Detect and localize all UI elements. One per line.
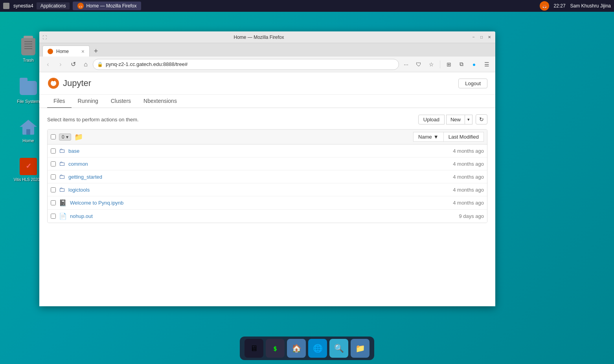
network-icon: 🌐 [313, 344, 323, 353]
file-row: 🗀 common 4 months ago [48, 157, 487, 170]
new-tab-button[interactable]: + [90, 46, 101, 57]
sort-by-name-button[interactable]: Name ▼ [413, 132, 443, 142]
file-icon: 📄 [59, 212, 67, 220]
file-name-getting-started[interactable]: getting_started [68, 174, 437, 180]
applications-button[interactable]: Applications [37, 2, 70, 9]
file-checkbox-welcome[interactable] [51, 200, 56, 205]
clock-label: 22:27 [554, 3, 566, 9]
folder-icon: 🗀 [59, 173, 65, 180]
tab-clusters[interactable]: Clusters [105, 95, 137, 108]
taskbar-files-item[interactable]: 🏠 [287, 339, 306, 358]
file-name-base[interactable]: base [68, 148, 437, 154]
maximize-button[interactable]: □ [479, 35, 484, 40]
file-row: 📄 nohup.out 9 days ago [48, 210, 487, 223]
taskbar-network-item[interactable]: 🌐 [308, 339, 327, 358]
toolbar-actions: ··· 🛡 ☆ [401, 59, 437, 70]
zoom-icon: 🔍 [334, 344, 344, 353]
file-checkbox-common[interactable] [51, 161, 56, 166]
file-count-badge: 0 ▾ [59, 134, 71, 141]
titlebar-left: ⛶ [42, 35, 47, 40]
tab-running[interactable]: Running [72, 95, 105, 108]
jupyter-main: Select items to perform actions on them.… [39, 108, 495, 229]
filesystem-icon [19, 79, 38, 97]
sort-by-modified-button[interactable]: Last Modified [443, 132, 484, 142]
jupyter-logo-text: Jupyter [63, 78, 91, 88]
forward-button[interactable]: › [55, 59, 66, 70]
logout-button[interactable]: Logout [458, 79, 487, 88]
reload-button[interactable]: ↺ [68, 59, 79, 70]
file-row: 🗀 logictools 4 months ago [48, 183, 487, 196]
tab-favicon [48, 49, 53, 54]
browser-title-label: Home — Mozilla Firefox [47, 35, 471, 40]
file-name-welcome[interactable]: Welcome to Pynq.ipynb [70, 200, 437, 206]
file-row: 🗀 getting_started 4 months ago [48, 170, 487, 183]
file-checkbox-logictools[interactable] [51, 187, 56, 192]
taskbar-zoom-item[interactable]: 🔍 [329, 339, 348, 358]
folder-icon: 🗀 [59, 186, 65, 193]
minimize-button[interactable]: − [471, 35, 476, 40]
filesystem-label: File System [17, 99, 39, 104]
new-dropdown-button[interactable]: ▾ [465, 115, 472, 124]
select-all-checkbox[interactable] [51, 134, 56, 139]
browser-controls: − □ ✕ [471, 35, 492, 40]
trash-label: Trash [23, 58, 34, 62]
new-button[interactable]: New [446, 115, 465, 124]
jupyter-nav-tabs: Files Running Clusters Nbextensions [39, 95, 495, 108]
upload-button[interactable]: Upload [418, 115, 445, 124]
overflow-button[interactable]: ··· [401, 59, 412, 70]
jupyter-actions-row: Select items to perform actions on them.… [47, 114, 487, 124]
back-button[interactable]: ‹ [42, 59, 53, 70]
address-bar[interactable]: 🔒 pynq-z2-1.cc.gatech.edu:8888/tree# [93, 59, 399, 70]
top-taskbar: synestia4 Applications 🦊 Home — Mozilla … [0, 0, 614, 12]
dropdown-arrow[interactable]: ▾ [66, 134, 68, 140]
tab-nbextensions[interactable]: Nbextensions [137, 95, 183, 108]
trash-icon [19, 37, 38, 56]
shield-button[interactable]: 🛡 [413, 59, 424, 70]
menu-button[interactable]: ☰ [481, 59, 492, 70]
taskbar-folder-item[interactable]: 📁 [351, 339, 370, 358]
browser-tab-home[interactable]: Home × [42, 46, 90, 57]
refresh-button[interactable]: ↻ [476, 114, 487, 124]
svg-point-1 [51, 80, 56, 86]
bookmarks-sidebar-button[interactable]: ⊞ [443, 59, 454, 70]
bookmark-button[interactable]: ☆ [426, 59, 437, 70]
jupyter-content: Jupyter Logout Files Running Clusters Nb… [39, 72, 495, 306]
terminal-icon: $ [273, 345, 277, 352]
jupyter-logo: Jupyter [47, 77, 91, 90]
taskbar-left: synestia4 Applications 🦊 Home — Mozilla … [3, 2, 141, 10]
file-row: 📓 Welcome to Pynq.ipynb 4 months ago [48, 196, 487, 210]
tab-label: Home [56, 49, 69, 54]
file-modified-welcome: 4 months ago [437, 200, 484, 206]
close-button[interactable]: ✕ [487, 35, 492, 40]
user-label: Sam Khushru Jijina [570, 3, 611, 9]
file-list-container: 0 ▾ 📁 Name ▼ Last Modified [47, 129, 487, 223]
file-count: 0 [62, 134, 64, 140]
tab-manager-button[interactable]: ⧉ [456, 59, 467, 70]
file-name-common[interactable]: common [68, 161, 437, 167]
tab-close-button[interactable]: × [81, 48, 85, 55]
firefox-icon: 🦊 [77, 3, 84, 9]
taskbar-right: 🦊 22:27 Sam Khushru Jijina [540, 1, 611, 11]
file-checkbox-nohup[interactable] [51, 214, 56, 219]
file-checkbox-base[interactable] [51, 148, 56, 154]
home-nav-button[interactable]: ⌂ [80, 59, 91, 70]
file-checkbox-getting-started[interactable] [51, 174, 56, 179]
taskbar-screen-item[interactable]: 🖥 [244, 339, 263, 358]
firefox-taskbar-button[interactable]: 🦊 Home — Mozilla Firefox [73, 2, 141, 10]
jupyter-header: Jupyter Logout [39, 72, 495, 95]
file-row: 🗀 base 4 months ago [48, 145, 487, 157]
folder-icon: 🗀 [59, 147, 65, 154]
taskbar-terminal-item[interactable]: $ [266, 339, 285, 358]
file-modified-nohup: 9 days ago [437, 213, 484, 219]
lock-icon: 🔒 [97, 62, 103, 67]
firefox-taskbar-label: Home — Mozilla Firefox [86, 3, 136, 9]
sort-arrow: ▼ [434, 134, 439, 140]
tab-files[interactable]: Files [47, 95, 72, 108]
account-button[interactable]: ● [469, 59, 480, 70]
file-name-nohup[interactable]: nohup.out [70, 213, 437, 219]
firefox-tray-icon[interactable]: 🦊 [540, 1, 549, 11]
file-name-logictools[interactable]: logictools [68, 187, 437, 193]
file-modified-common: 4 months ago [437, 161, 484, 167]
vitis-icon: ✓ [19, 157, 38, 176]
folder-nav-button[interactable]: 📁 [74, 133, 83, 141]
